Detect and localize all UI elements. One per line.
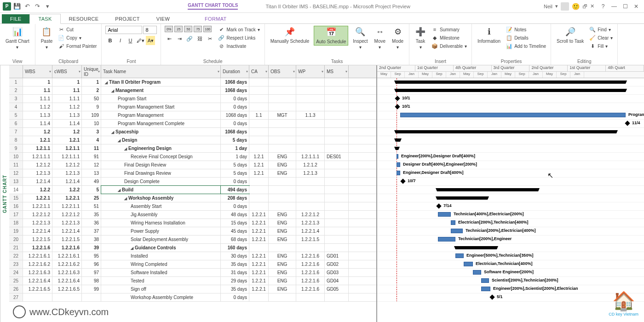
task-insert-button[interactable]: ➕Task▾ — [413, 26, 428, 51]
task-bar[interactable] — [473, 270, 481, 275]
copy-button[interactable]: 📄Copy ▾ — [57, 34, 98, 41]
table-row[interactable]: 231.2.2.1.6.21.2.2.1.6.296Wiring Complet… — [9, 260, 376, 269]
table-row[interactable]: 1111◢Titan II Orbiter Program1068 days — [9, 78, 376, 86]
gantt-row[interactable] — [377, 144, 644, 153]
col-cwbs[interactable]: cWBS▾ — [52, 65, 82, 78]
gantt-body[interactable]: 10/110/1Progran11/4Engineer[200%],Design… — [377, 78, 644, 302]
col-ca[interactable]: CA▾ — [249, 65, 269, 78]
gantt-row[interactable]: Engineer[200%],Designer Draft[400%] — [377, 153, 644, 161]
gantt-row[interactable]: 5/1 — [377, 293, 644, 302]
gantt-row[interactable]: Technician[200%],Electrician[400%] — [377, 227, 644, 236]
col-obs[interactable]: OBS▾ — [269, 65, 296, 78]
gantt-row[interactable]: 10/1 — [377, 95, 644, 103]
fill-button[interactable]: ⬇Fill ▾ — [588, 42, 614, 50]
summary-bar[interactable] — [396, 147, 398, 150]
summary-bar[interactable] — [437, 188, 538, 191]
respect-links-button[interactable]: 🔗Respect Links — [217, 34, 260, 41]
table-row[interactable]: 51.1.31.1.3109Program Management1068 day… — [9, 111, 376, 120]
underline-button[interactable]: U — [126, 36, 135, 45]
gantt-row[interactable]: Electrician[200%],Technician[400%] — [377, 219, 644, 227]
emoji-icon[interactable]: 🙂 — [572, 3, 580, 10]
col-ms[interactable]: MS▾ — [325, 65, 349, 78]
gantt-row[interactable]: Software Engineer[200%] — [377, 269, 644, 277]
gantt-row[interactable]: Electrician,Technician[400%] — [377, 260, 644, 269]
font-name-input[interactable] — [105, 26, 142, 34]
clear-button[interactable]: 🧹Clear ▾ — [588, 34, 614, 41]
tab-project[interactable]: PROJECT — [107, 14, 148, 23]
table-row[interactable]: 171.2.2.1.21.2.2.1.235Jig Assembly48 day… — [9, 211, 376, 219]
task-bar[interactable] — [451, 229, 463, 233]
col-row-header[interactable] — [9, 65, 23, 78]
task-bar[interactable] — [481, 278, 489, 283]
mark-on-track-button[interactable]: ✔Mark on Track ▾ — [217, 26, 260, 33]
milestone-button[interactable]: ◆Milestone — [431, 34, 468, 41]
notes-button[interactable]: 📝Notes — [505, 26, 547, 33]
qat-dropdown-icon[interactable]: ▾ — [43, 2, 52, 11]
task-bar[interactable] — [397, 162, 400, 167]
user-name[interactable]: Neil — [544, 4, 552, 9]
bold-button[interactable]: B — [105, 36, 115, 45]
avatar[interactable] — [561, 2, 569, 11]
tab-view[interactable]: VIEW — [148, 14, 178, 23]
col-uid[interactable]: Unique ID▾ — [82, 65, 101, 78]
timeline-button[interactable]: 📊Add to Timeline — [505, 42, 547, 50]
undo-icon[interactable]: ↶ — [23, 2, 31, 11]
redo-icon[interactable]: ↷ — [33, 2, 41, 11]
deliverable-button[interactable]: 📦Deliverable ▾ — [431, 42, 468, 50]
table-row[interactable]: 91.2.1.11.2.1.111◢Engineering Design1 da… — [9, 144, 376, 153]
gantt-row[interactable]: Technician[400%],Electrician[200%] — [377, 211, 644, 219]
mode-button[interactable]: ⚙Mode▾ — [390, 26, 405, 51]
help-icon[interactable]: ? — [598, 2, 608, 11]
table-row[interactable]: 61.1.41.1.410Program Management Complete… — [9, 120, 376, 128]
summary-bar[interactable] — [437, 196, 488, 200]
table-row[interactable]: 141.2.21.2.25◢Build494 days — [9, 186, 376, 194]
gantt-row[interactable]: Engineer[200%],Scientist[200%],Electrici… — [377, 285, 644, 293]
table-row[interactable]: 161.2.2.1.11.2.2.1.151Assembly Start0 da… — [9, 202, 376, 211]
move-button[interactable]: ↔Move▾ — [373, 26, 387, 51]
manually-schedule-button[interactable]: 📌Manually Schedule — [269, 26, 311, 45]
gantt-row[interactable]: Technician[200%],Engineer — [377, 236, 644, 244]
gantt-row[interactable] — [377, 194, 644, 202]
gantt-row[interactable]: 10/7 — [377, 178, 644, 186]
gantt-row[interactable] — [377, 136, 644, 144]
milestone-diamond[interactable] — [395, 96, 400, 101]
table-row[interactable]: 27Workshop Assembly Complete0 days — [9, 293, 376, 302]
summary-bar[interactable] — [455, 246, 497, 249]
tab-format[interactable]: FORMAT — [196, 14, 235, 23]
scroll-to-task-button[interactable]: 🔎Scroll to Task — [555, 26, 586, 45]
tab-task[interactable]: TASK — [29, 14, 60, 24]
table-row[interactable]: 81.2.11.2.14◢Design5 days — [9, 136, 376, 144]
project-app-icon[interactable]: P — [3, 2, 11, 11]
table-row[interactable]: 151.2.2.11.2.2.125◢Workshop Assembly208 … — [9, 194, 376, 202]
task-bar[interactable] — [455, 253, 464, 258]
summary-bar[interactable] — [396, 138, 400, 142]
table-row[interactable]: 21.11.12◢Management1068 days — [9, 86, 376, 95]
task-bar[interactable] — [438, 237, 455, 242]
find-button[interactable]: 🔍Find ▾ — [588, 26, 614, 33]
gantt-row[interactable]: 11/4 — [377, 120, 644, 128]
task-bar[interactable] — [438, 212, 451, 217]
paste-button[interactable]: 📋Paste▾ — [39, 26, 55, 51]
gantt-chart-pane[interactable]: 2nd Quarter1st Quarter4th Quarter3rd Qua… — [377, 65, 644, 322]
gantt-row[interactable] — [377, 186, 644, 194]
window-restore-icon[interactable]: 🗗 — [582, 4, 587, 9]
col-duration[interactable]: Duration▾ — [221, 65, 249, 78]
milestone-diamond[interactable] — [395, 104, 400, 109]
gantt-row[interactable]: Scientist[200%],Technician[200%] — [377, 277, 644, 285]
table-row[interactable]: 41.1.21.1.29Program Management Start0 da… — [9, 103, 376, 111]
task-bar[interactable] — [451, 220, 455, 225]
summary-bar[interactable] — [396, 80, 626, 84]
task-bar[interactable] — [481, 287, 490, 291]
split-button[interactable]: ✂ — [205, 34, 214, 43]
gantt-row[interactable]: Progran — [377, 111, 644, 120]
gantt-row[interactable]: Designer Draft[400%],Engineer[200%] — [377, 161, 644, 169]
table-row[interactable]: 221.2.2.1.6.11.2.2.1.6.195Installed30 da… — [9, 252, 376, 260]
col-wp[interactable]: WP▾ — [296, 65, 325, 78]
italic-button[interactable]: I — [115, 36, 125, 45]
summary-bar[interactable] — [396, 89, 626, 92]
inactivate-button[interactable]: ⊘Inactivate — [217, 42, 260, 50]
task-bar[interactable] — [397, 171, 400, 175]
gantt-chart-side-label[interactable]: GANTT CHART — [0, 65, 9, 322]
table-row[interactable]: 121.2.1.31.2.1.313Final Drawings Review5… — [9, 169, 376, 178]
tab-resource[interactable]: RESOURCE — [61, 14, 107, 23]
